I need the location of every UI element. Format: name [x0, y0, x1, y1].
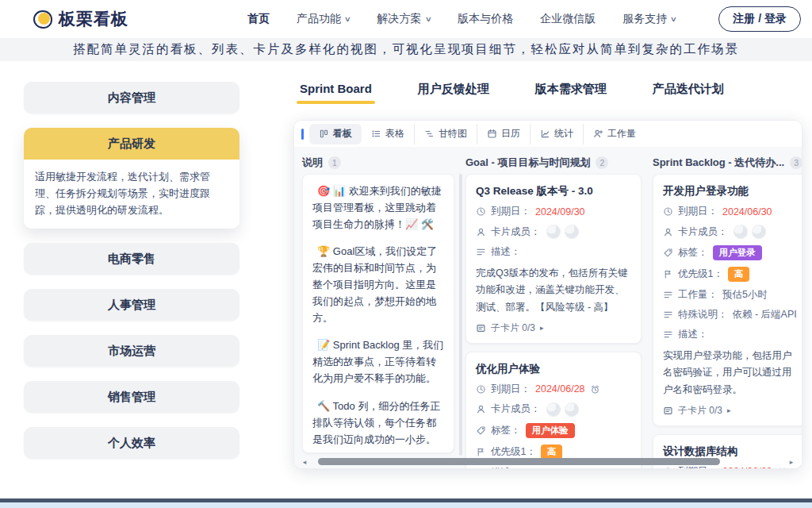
- view-看板[interactable]: 看板: [309, 124, 362, 144]
- view-label: 甘特图: [439, 127, 467, 140]
- nav-item-label: 产品功能: [297, 12, 341, 26]
- column-title: 说明: [302, 156, 323, 170]
- nav-item-版本与价格[interactable]: 版本与价格: [458, 12, 513, 26]
- subcards-footer[interactable]: 子卡片 0/3▸: [476, 321, 631, 335]
- nav-item-label: 企业微信版: [540, 12, 596, 26]
- desc-icon: [476, 468, 486, 468]
- label-badge: 用户登录: [713, 245, 762, 260]
- card-meta-row: 标签：用户登录: [663, 245, 799, 260]
- scroll-left-arrow-icon[interactable]: ◂: [301, 458, 308, 466]
- card-meta-row: 卡片成员：: [663, 225, 799, 239]
- nav-item-服务支持[interactable]: 服务支持∨: [622, 12, 676, 26]
- due-date-value: 2024/06/30: [722, 206, 772, 217]
- due-date-value: 2024/06/28: [722, 466, 772, 468]
- subcards-count: 子卡片 0/3: [491, 321, 535, 335]
- nav-item-首页[interactable]: 首页: [247, 12, 270, 26]
- kanban-card[interactable]: 🎯 📊 欢迎来到我们的敏捷项目管理看板，这里跳动着项目生命力的脉搏！📈 🛠️🏆 …: [302, 174, 454, 453]
- board-body: 说明1🎯 📊 欢迎来到我们的敏捷项目管理看板，这里跳动着项目生命力的脉搏！📈 🛠…: [294, 147, 802, 468]
- meta-label: 优先级1：: [678, 267, 723, 281]
- kanban-card[interactable]: 开发用户登录功能到期日：2024/06/30卡片成员：标签：用户登录优先级1：高…: [653, 174, 802, 426]
- tab-Sprint Board[interactable]: Sprint Board: [300, 82, 372, 104]
- workload-icon: [593, 129, 603, 139]
- horizontal-scrollbar[interactable]: ◂ ▸: [301, 457, 795, 466]
- clock-icon: [663, 206, 673, 217]
- board-column: Goal - 项目目标与时间规划2Q3 Release 版本号 - 3.0到期日…: [465, 153, 642, 468]
- meta-label: 标签：: [678, 246, 708, 260]
- card-meta-row: 标签：用户体验: [476, 423, 631, 438]
- nav-item-label: 解决方案: [377, 12, 422, 26]
- scroll-right-arrow-icon[interactable]: ▸: [787, 458, 795, 466]
- desc-icon: [663, 310, 673, 320]
- sidebar-item[interactable]: 电商零售: [24, 243, 239, 275]
- tab-版本需求管理[interactable]: 版本需求管理: [535, 82, 607, 104]
- scrollbar-thumb[interactable]: [318, 458, 720, 465]
- board-column: 说明1🎯 📊 欢迎来到我们的敏捷项目管理看板，这里跳动着项目生命力的脉搏！📈 🛠…: [302, 153, 454, 468]
- nav-item-产品功能[interactable]: 产品功能∨: [297, 12, 350, 26]
- card-paragraph: 🎯 📊 欢迎来到我们的敏捷项目管理看板，这里跳动着项目生命力的脉搏！📈 🛠️: [312, 183, 444, 233]
- card-title: Q3 Release 版本号 - 3.0: [476, 184, 631, 198]
- board-view-toolbar: 看板表格甘特图日历统计工作量: [294, 121, 802, 147]
- meta-label: 卡片成员：: [491, 402, 541, 416]
- meta-label: 卡片成员：: [678, 225, 728, 239]
- card-description: 完成Q3版本的发布，包括所有关键功能和改进，涵盖关键功能开发、测试、部署。【风险…: [476, 265, 631, 316]
- avatar: [546, 402, 561, 417]
- avatar: [565, 402, 579, 417]
- footer-strip: [0, 502, 812, 508]
- sidebar-item-active[interactable]: 产品研发适用敏捷开发流程，迭代计划、需求管理、任务拆分规划等场景，实时进度跟踪，…: [24, 128, 239, 229]
- card-meta-row: 卡片成员：: [476, 225, 631, 239]
- view-表格[interactable]: 表格: [362, 124, 414, 144]
- sidebar-item[interactable]: 人事管理: [24, 289, 239, 321]
- calendar-icon: [487, 129, 497, 139]
- column-title: Sprint Backlog - 迭代待办...: [653, 156, 784, 170]
- nav-item-label: 版本与价格: [458, 12, 513, 26]
- sidebar-item[interactable]: 个人效率: [24, 427, 239, 459]
- sidebar-item-label: 产品研发: [24, 128, 239, 160]
- sidebar-item[interactable]: 销售管理: [24, 381, 239, 413]
- column-vertical-scrollbar[interactable]: [459, 174, 462, 456]
- expand-arrow-icon: ▸: [540, 324, 544, 332]
- kanban-card[interactable]: 优化用户体验到期日：2024/06/28卡片成员：标签：用户体验优先级1：高描述…: [465, 352, 642, 468]
- stats-icon: [540, 129, 550, 139]
- view-label: 看板: [333, 127, 352, 140]
- logo[interactable]: 板栗看板: [33, 8, 128, 30]
- hero-strip: 搭配简单灵活的看板、列表、卡片及多样化的视图，可视化呈现项目细节，轻松应对从简单…: [0, 38, 812, 61]
- kanban-card[interactable]: Q3 Release 版本号 - 3.0到期日：2024/09/30卡片成员：描…: [465, 174, 642, 344]
- signup-login-button[interactable]: 注册 / 登录: [718, 6, 801, 32]
- sidebar-item[interactable]: 市场运营: [24, 335, 239, 367]
- card-meta-row: 卡片成员：: [476, 402, 631, 417]
- logo-text: 板栗看板: [59, 8, 128, 30]
- card-title: 优化用户体验: [476, 362, 631, 376]
- tab-用户反馈处理[interactable]: 用户反馈处理: [418, 82, 489, 104]
- tag-icon: [663, 248, 673, 258]
- nav-item-label: 首页: [247, 12, 270, 26]
- scrollbar-track[interactable]: [308, 458, 787, 465]
- nav-item-企业微信版[interactable]: 企业微信版: [540, 12, 596, 26]
- subcard-icon: [476, 323, 486, 333]
- card-paragraph: 🏆 Goal区域，我们设定了宏伟的目标和时间节点，为整个项目指明方向。这里是我们…: [312, 243, 444, 326]
- tag-icon: [476, 425, 486, 436]
- top-navbar: 板栗看板 首页产品功能∨解决方案∨版本与价格企业微信版服务支持∨ 注册 / 登录: [0, 0, 812, 38]
- scenario-tabs: Sprint Board用户反馈处理版本需求管理产品迭代计划: [285, 82, 812, 104]
- card-paragraph: 🔨 Todo 列，细分的任务正排队等待认领，每个任务都是我们迈向成功的一小步。: [312, 398, 444, 448]
- card-paragraph: 📝 Sprint Backlog 里，我们精选的故事点，正等待着转化为用户爱不释…: [312, 337, 444, 387]
- view-统计[interactable]: 统计: [530, 124, 583, 144]
- due-date-value: 2024/09/30: [535, 206, 585, 217]
- sidebar-item[interactable]: 内容管理: [24, 82, 239, 114]
- clock-icon: [476, 206, 486, 217]
- nav-item-解决方案[interactable]: 解决方案∨: [377, 12, 431, 26]
- label-badge: 用户体验: [526, 423, 575, 438]
- due-date-value: 2024/06/28: [535, 383, 585, 394]
- subcards-footer[interactable]: 子卡片 0/3▸: [663, 404, 799, 418]
- column-count-badge: 1: [328, 156, 341, 169]
- view-工作量[interactable]: 工作量: [583, 124, 645, 144]
- meta-label: 到期日：: [491, 205, 530, 218]
- avatar: [565, 225, 579, 239]
- chevron-down-icon: ∨: [424, 15, 431, 23]
- sidebar-item-description: 适用敏捷开发流程，迭代计划、需求管理、任务拆分规划等场景，实时进度跟踪，提供透明…: [24, 160, 239, 229]
- view-甘特图[interactable]: 甘特图: [414, 124, 477, 144]
- view-日历[interactable]: 日历: [477, 124, 530, 144]
- main-panel: Sprint Board用户反馈处理版本需求管理产品迭代计划 看板表格甘特图日历…: [285, 82, 812, 473]
- column-title: Goal - 项目目标与时间规划: [465, 156, 590, 170]
- kanban-icon: [319, 129, 329, 139]
- tab-产品迭代计划[interactable]: 产品迭代计划: [653, 82, 724, 104]
